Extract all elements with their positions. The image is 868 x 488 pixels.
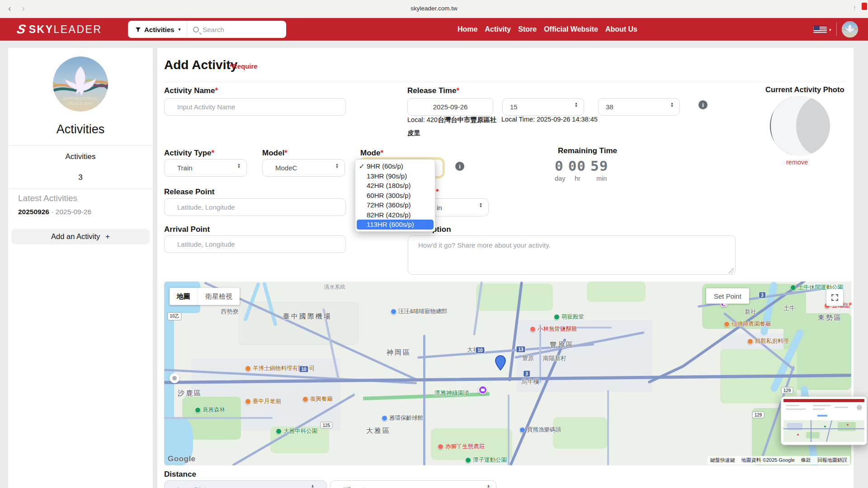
share-icon[interactable]: ↑ [853,4,857,11]
satellite-button[interactable]: 衛星檢視 [198,288,240,305]
map-poi[interactable]: 寶熊漁樂碼頭 [519,426,561,434]
brand-text-bold: SKY [29,23,54,35]
mode-info-icon[interactable]: i [455,162,464,171]
set-point-button[interactable]: Set Point [706,288,749,304]
search-input[interactable] [203,26,279,33]
nav-links: HomeActivityStoreOfficial WebsiteAbout U… [458,18,637,41]
nav-link[interactable]: Activity [485,25,511,33]
release-time-info-icon[interactable]: i [698,100,708,109]
mode-dropdown-option[interactable]: 82HR (420s/p) [357,210,434,220]
nav-link[interactable]: About Us [605,25,637,33]
attribution-item[interactable]: 鍵盤快速鍵 [710,457,735,464]
map-poi-cluster-icon[interactable] [170,373,179,383]
map-label: 南陽新村 [543,354,566,362]
poi-label: 寶熊漁樂碼頭 [527,426,561,434]
mode-dropdown-option[interactable]: 113HR (600s/p) [357,220,434,230]
stepper-icon: ▲▼ [237,163,241,169]
add-activity-button[interactable]: Add an Activity + [11,229,150,244]
map-park [587,282,646,302]
mode-dropdown-option[interactable]: 60HR (300s/p) [357,191,434,201]
us-flag-icon[interactable] [813,25,827,34]
latest-activity-item[interactable]: 20250926 · 2025-09-26 [18,208,153,216]
nav-link[interactable]: Official Website [544,25,598,33]
activity-type-label: Activity Type* [164,149,214,158]
attribution-item[interactable]: 條款 [801,457,811,464]
poi-icon [195,407,201,413]
user-avatar[interactable] [842,21,858,38]
arrival-point-input[interactable] [164,235,346,253]
remaining-time-label: Remaining Time [551,146,623,155]
latest-activity-name[interactable]: 20250926 [18,208,49,216]
map-poi[interactable]: 汪汪&喵喵寵物總部 [391,308,447,315]
stepper-icon: ▲▼ [335,163,339,169]
map-attribution: 鍵盤快速鍵地圖資料 ©2025 Google條款回報地圖錯誤 [708,456,850,465]
poi-icon [554,314,560,320]
map-poi[interactable]: 赤腳丫生態農莊 [438,443,485,450]
map-poi[interactable]: 大雅中科公園 [276,427,317,435]
poi-icon [276,428,282,434]
current-photo-image [770,96,830,156]
road-shield: 3 [523,371,530,377]
model-select[interactable]: ModeC ▲▼ [262,159,345,177]
poi-icon [465,457,471,463]
map-poi[interactable]: 萌寵殿堂 [554,313,584,321]
description-textarea[interactable] [408,235,736,275]
remaining-day-value: 0 [555,158,564,174]
map-poi[interactable]: 小林無骨鹽酥雞 [530,325,577,333]
nav-link[interactable]: Store [518,25,537,33]
address-bar[interactable]: skyleader.com.tw [0,5,868,12]
sidebar: INTERNATIONAL PEACE DAY Activities Activ… [8,48,153,488]
road-shield: 10 [475,347,485,354]
poi-icon [530,326,536,332]
mode-dropdown-option[interactable]: 42HR (180s/p) [357,181,434,191]
map-poi[interactable]: 鹿雅森林 [195,406,225,414]
map-poi[interactable]: 雅環保齡球館 [382,414,423,422]
preview-navbar [783,399,864,402]
map-type-control: 地圖 衛星檢視 [170,288,240,305]
preview-line [786,405,799,406]
mode-dropdown-option[interactable]: 72HR (360s/p) [357,200,434,210]
map-poi[interactable]: 仙塘跡農園餐廳 [724,320,771,328]
map-button[interactable]: 地圖 [170,288,198,305]
brand-logo[interactable]: S SKYLEADER [17,22,102,37]
map-poi[interactable]: 臺中月老廟 [245,398,281,405]
map-marker-icon[interactable] [495,355,506,372]
release-hour-select[interactable]: 15 ▲▼ [502,98,584,116]
screen-share-preview[interactable] [781,396,867,445]
google-logo: Google [168,455,196,464]
fullscreen-button[interactable] [826,289,843,306]
poi-label: 臺中月老廟 [253,398,281,405]
map-label: 清水系統 [324,283,345,291]
resize-grip-icon[interactable] [729,268,734,273]
mode-dropdown-option[interactable]: 13HR (90s/p) [357,171,434,181]
attribution-item[interactable]: 地圖資料 ©2025 Google [741,457,795,464]
nav-link[interactable]: Home [458,25,477,33]
release-minute-select[interactable]: 38 ▲▼ [598,98,680,116]
distance-input[interactable] [164,480,327,488]
map-poi[interactable]: 潭子運動公園 [465,456,507,464]
map-poi[interactable]: 復興餐廳 [302,395,333,403]
camera-poi-icon[interactable] [478,385,487,394]
activities-stat-label[interactable]: Activities [8,152,153,161]
flag-chevron-down-icon[interactable]: ▾ [829,28,831,32]
poi-label: 靚觀私廚料理 [755,338,789,345]
road-shield: 129 [752,412,764,418]
release-time-label: Release Time* [407,86,459,95]
check-icon: ✓ [359,161,365,171]
map-canvas[interactable]: 清水系統西勢寮臺中國際機場沙鹿區大雅區神岡區豐原區東勢區大社豐原南陽新村烏牛欄新… [164,282,851,465]
nav-search-pill: Activities ▾ [128,21,286,38]
map-park [553,417,607,449]
activity-type-select[interactable]: Train ▲▼ [164,159,247,177]
activity-name-input[interactable] [164,98,346,116]
current-photo-label: Current Activity Photo [765,85,844,94]
mode-dropdown-option[interactable]: ✓9HR (60s/p) [357,161,434,171]
release-point-input[interactable] [164,198,346,216]
distance-unit-select[interactable]: Kilometer ▲▼ [330,480,496,488]
release-date-input[interactable] [407,98,493,116]
map-road [164,417,273,419]
road-shield: 3 [759,292,766,299]
attribution-item[interactable]: 回報地圖錯誤 [817,457,847,464]
activities-dropdown-button[interactable]: Activities ▾ [128,21,187,38]
map-poi[interactable]: 靚觀私廚料理 [747,338,789,345]
photo-remove-link[interactable]: remove [786,159,808,166]
